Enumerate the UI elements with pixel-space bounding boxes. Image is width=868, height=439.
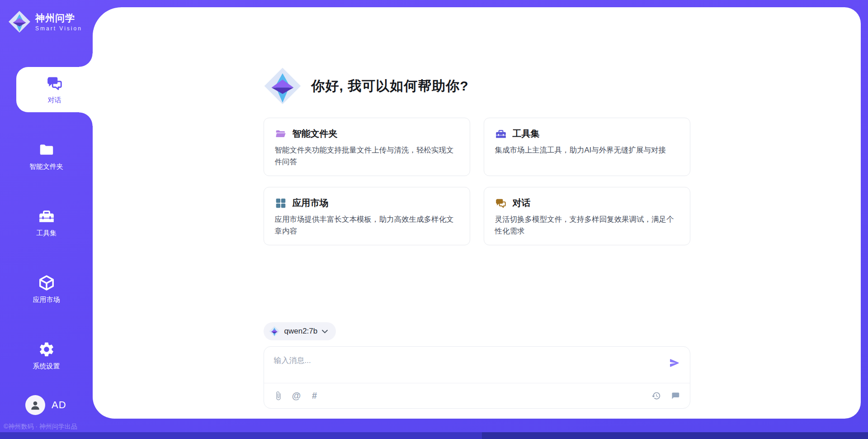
sidebar-item-app-market[interactable]: 应用市场 — [0, 267, 93, 312]
toolbox-icon — [38, 208, 55, 225]
sidebar-item-chat[interactable]: 对话 — [16, 67, 93, 112]
message-input-box: @ # — [264, 346, 690, 409]
bottom-edge-strip — [0, 432, 868, 439]
sidebar-nav: 对话 智能文件夹 工具集 应用市场 — [0, 67, 93, 378]
folder-open-icon — [275, 128, 287, 140]
person-icon — [29, 399, 41, 411]
grid-icon — [275, 197, 287, 209]
feature-cards: 智能文件夹 智能文件夹功能支持批量文件上传与清洗，轻松实现文件问答 工具集 集成… — [264, 118, 690, 245]
user-profile[interactable]: AD — [25, 395, 66, 415]
card-toolset[interactable]: 工具集 集成市场上主流工具，助力AI与外界无缝扩展与对接 — [484, 118, 690, 176]
copyright-footer: ©神州数码 · 神州问学出品 — [4, 423, 94, 431]
brand-diamond-logo-icon — [8, 10, 31, 33]
composer-toolbar: @ # — [264, 383, 690, 408]
sidebar-item-label: 智能文件夹 — [29, 162, 63, 171]
greeting-section: 你好, 我可以如何帮助你? — [264, 67, 690, 105]
user-name: AD — [52, 399, 66, 411]
message-input[interactable] — [264, 347, 690, 383]
gear-icon — [38, 341, 55, 358]
attach-file-icon[interactable] — [273, 391, 284, 401]
chevron-down-icon — [322, 329, 328, 334]
model-diamond-logo-icon — [269, 326, 280, 337]
card-title: 对话 — [513, 197, 531, 209]
model-selector[interactable]: qwen2:7b — [264, 322, 336, 340]
card-title: 应用市场 — [292, 197, 329, 209]
sidebar-item-smart-folder[interactable]: 智能文件夹 — [0, 134, 93, 179]
sidebar-item-toolset[interactable]: 工具集 — [0, 200, 93, 245]
card-description: 智能文件夹功能支持批量文件上传与清洗，轻松实现文件问答 — [275, 144, 459, 167]
brand-name: 神州问学 — [35, 12, 82, 24]
sidebar-item-settings[interactable]: 系统设置 — [0, 333, 93, 378]
history-icon[interactable] — [651, 391, 662, 401]
chat-bubble-icon[interactable] — [670, 391, 681, 401]
sidebar: 神州问学 Smart Vision 对话 智能文件夹 — [0, 0, 93, 439]
app-root: 神州问学 Smart Vision 对话 智能文件夹 — [0, 0, 868, 439]
card-smart-folder[interactable]: 智能文件夹 智能文件夹功能支持批量文件上传与清洗，轻松实现文件问答 — [264, 118, 470, 176]
greeting-title: 你好, 我可以如何帮助你? — [311, 77, 469, 95]
card-chat[interactable]: 对话 灵活切换多模型文件，支持多样回复效果调试，满足个性化需求 — [484, 187, 690, 245]
chat-icon — [46, 75, 63, 92]
card-title: 工具集 — [513, 128, 540, 140]
send-icon[interactable] — [669, 358, 680, 368]
card-app-market[interactable]: 应用市场 应用市场提供丰富长文本模板，助力高效生成多样化文章内容 — [264, 187, 470, 245]
cube-icon — [38, 274, 55, 291]
chat-composer-section: qwen2:7b — [264, 322, 690, 409]
main-panel: 你好, 我可以如何帮助你? 智能文件夹 智能文件夹功能支持批量文件上传与清洗，轻… — [93, 7, 861, 419]
assistant-diamond-logo-icon — [264, 67, 302, 105]
sidebar-item-label: 应用市场 — [33, 296, 60, 304]
card-description: 灵活切换多模型文件，支持多样回复效果调试，满足个性化需求 — [495, 214, 679, 237]
brand-subtitle: Smart Vision — [35, 25, 82, 32]
avatar — [25, 395, 45, 415]
mention-icon[interactable]: @ — [291, 391, 302, 401]
card-description: 应用市场提供丰富长文本模板，助力高效生成多样化文章内容 — [275, 214, 459, 237]
folder-icon — [38, 141, 55, 158]
sidebar-item-label: 系统设置 — [33, 362, 60, 371]
card-title: 智能文件夹 — [292, 128, 338, 140]
card-description: 集成市场上主流工具，助力AI与外界无缝扩展与对接 — [495, 144, 679, 156]
toolbox-icon — [495, 128, 507, 140]
model-name: qwen2:7b — [284, 327, 318, 336]
sidebar-item-label: 对话 — [48, 96, 61, 105]
chat-icon — [495, 197, 507, 209]
sidebar-item-label: 工具集 — [36, 229, 57, 238]
brand: 神州问学 Smart Vision — [0, 0, 93, 35]
hashtag-icon[interactable]: # — [309, 391, 320, 401]
